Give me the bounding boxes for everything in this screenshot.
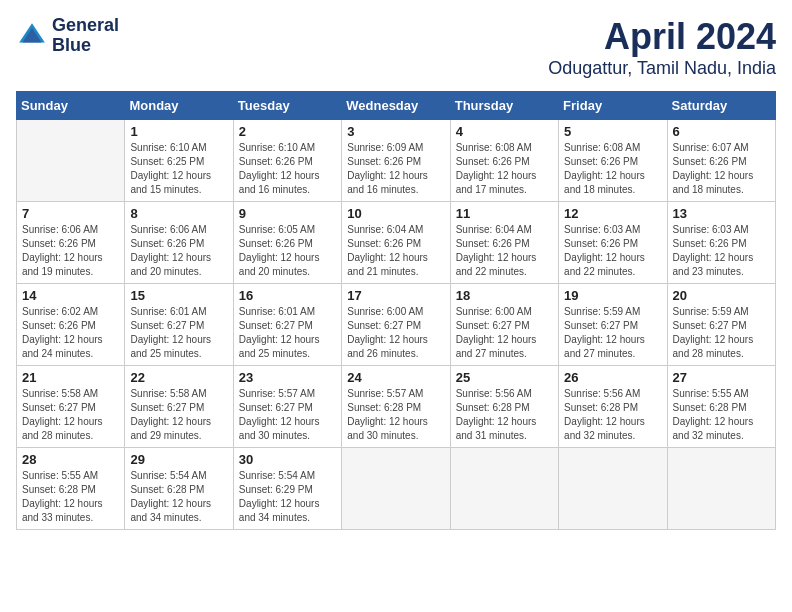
calendar-cell: 24Sunrise: 5:57 AMSunset: 6:28 PMDayligh… [342, 366, 450, 448]
calendar-cell: 11Sunrise: 6:04 AMSunset: 6:26 PMDayligh… [450, 202, 558, 284]
day-detail: Sunrise: 6:04 AMSunset: 6:26 PMDaylight:… [347, 223, 444, 279]
calendar-cell: 5Sunrise: 6:08 AMSunset: 6:26 PMDaylight… [559, 120, 667, 202]
calendar-cell: 14Sunrise: 6:02 AMSunset: 6:26 PMDayligh… [17, 284, 125, 366]
day-detail: Sunrise: 6:01 AMSunset: 6:27 PMDaylight:… [130, 305, 227, 361]
day-detail: Sunrise: 6:03 AMSunset: 6:26 PMDaylight:… [673, 223, 770, 279]
day-number: 11 [456, 206, 553, 221]
day-number: 8 [130, 206, 227, 221]
day-number: 12 [564, 206, 661, 221]
day-number: 17 [347, 288, 444, 303]
day-number: 6 [673, 124, 770, 139]
logo: General Blue [16, 16, 119, 56]
day-detail: Sunrise: 6:06 AMSunset: 6:26 PMDaylight:… [22, 223, 119, 279]
calendar-cell: 29Sunrise: 5:54 AMSunset: 6:28 PMDayligh… [125, 448, 233, 530]
day-number: 4 [456, 124, 553, 139]
weekday-header-friday: Friday [559, 92, 667, 120]
day-number: 24 [347, 370, 444, 385]
day-detail: Sunrise: 5:55 AMSunset: 6:28 PMDaylight:… [673, 387, 770, 443]
calendar-cell [450, 448, 558, 530]
calendar-cell: 4Sunrise: 6:08 AMSunset: 6:26 PMDaylight… [450, 120, 558, 202]
day-number: 15 [130, 288, 227, 303]
calendar-cell: 26Sunrise: 5:56 AMSunset: 6:28 PMDayligh… [559, 366, 667, 448]
calendar-cell: 22Sunrise: 5:58 AMSunset: 6:27 PMDayligh… [125, 366, 233, 448]
day-number: 26 [564, 370, 661, 385]
location-title: Odugattur, Tamil Nadu, India [548, 58, 776, 79]
day-number: 23 [239, 370, 336, 385]
day-detail: Sunrise: 6:00 AMSunset: 6:27 PMDaylight:… [347, 305, 444, 361]
calendar-cell: 19Sunrise: 5:59 AMSunset: 6:27 PMDayligh… [559, 284, 667, 366]
day-number: 9 [239, 206, 336, 221]
day-detail: Sunrise: 5:59 AMSunset: 6:27 PMDaylight:… [673, 305, 770, 361]
day-number: 25 [456, 370, 553, 385]
day-detail: Sunrise: 6:00 AMSunset: 6:27 PMDaylight:… [456, 305, 553, 361]
day-detail: Sunrise: 6:04 AMSunset: 6:26 PMDaylight:… [456, 223, 553, 279]
calendar-cell: 8Sunrise: 6:06 AMSunset: 6:26 PMDaylight… [125, 202, 233, 284]
day-detail: Sunrise: 5:56 AMSunset: 6:28 PMDaylight:… [564, 387, 661, 443]
logo-text: General Blue [52, 16, 119, 56]
month-title: April 2024 [548, 16, 776, 58]
day-detail: Sunrise: 6:06 AMSunset: 6:26 PMDaylight:… [130, 223, 227, 279]
day-number: 18 [456, 288, 553, 303]
day-detail: Sunrise: 5:54 AMSunset: 6:29 PMDaylight:… [239, 469, 336, 525]
day-detail: Sunrise: 5:54 AMSunset: 6:28 PMDaylight:… [130, 469, 227, 525]
day-detail: Sunrise: 6:03 AMSunset: 6:26 PMDaylight:… [564, 223, 661, 279]
calendar-week-row: 14Sunrise: 6:02 AMSunset: 6:26 PMDayligh… [17, 284, 776, 366]
day-number: 10 [347, 206, 444, 221]
day-number: 21 [22, 370, 119, 385]
weekday-header-saturday: Saturday [667, 92, 775, 120]
page-header: General Blue April 2024 Odugattur, Tamil… [16, 16, 776, 79]
day-number: 13 [673, 206, 770, 221]
weekday-header-sunday: Sunday [17, 92, 125, 120]
day-detail: Sunrise: 5:56 AMSunset: 6:28 PMDaylight:… [456, 387, 553, 443]
day-detail: Sunrise: 6:10 AMSunset: 6:26 PMDaylight:… [239, 141, 336, 197]
day-detail: Sunrise: 6:01 AMSunset: 6:27 PMDaylight:… [239, 305, 336, 361]
weekday-header-wednesday: Wednesday [342, 92, 450, 120]
day-detail: Sunrise: 6:05 AMSunset: 6:26 PMDaylight:… [239, 223, 336, 279]
calendar-cell: 13Sunrise: 6:03 AMSunset: 6:26 PMDayligh… [667, 202, 775, 284]
day-number: 29 [130, 452, 227, 467]
calendar-cell: 20Sunrise: 5:59 AMSunset: 6:27 PMDayligh… [667, 284, 775, 366]
calendar-cell: 17Sunrise: 6:00 AMSunset: 6:27 PMDayligh… [342, 284, 450, 366]
day-detail: Sunrise: 5:58 AMSunset: 6:27 PMDaylight:… [22, 387, 119, 443]
calendar-week-row: 7Sunrise: 6:06 AMSunset: 6:26 PMDaylight… [17, 202, 776, 284]
calendar-cell: 12Sunrise: 6:03 AMSunset: 6:26 PMDayligh… [559, 202, 667, 284]
day-number: 2 [239, 124, 336, 139]
calendar-cell: 7Sunrise: 6:06 AMSunset: 6:26 PMDaylight… [17, 202, 125, 284]
calendar-cell: 9Sunrise: 6:05 AMSunset: 6:26 PMDaylight… [233, 202, 341, 284]
calendar-week-row: 28Sunrise: 5:55 AMSunset: 6:28 PMDayligh… [17, 448, 776, 530]
calendar-cell: 18Sunrise: 6:00 AMSunset: 6:27 PMDayligh… [450, 284, 558, 366]
day-number: 28 [22, 452, 119, 467]
weekday-header-row: SundayMondayTuesdayWednesdayThursdayFrid… [17, 92, 776, 120]
calendar-cell [667, 448, 775, 530]
calendar-cell: 6Sunrise: 6:07 AMSunset: 6:26 PMDaylight… [667, 120, 775, 202]
weekday-header-thursday: Thursday [450, 92, 558, 120]
day-number: 5 [564, 124, 661, 139]
calendar-cell [342, 448, 450, 530]
calendar-cell [559, 448, 667, 530]
calendar-week-row: 1Sunrise: 6:10 AMSunset: 6:25 PMDaylight… [17, 120, 776, 202]
calendar-week-row: 21Sunrise: 5:58 AMSunset: 6:27 PMDayligh… [17, 366, 776, 448]
day-number: 22 [130, 370, 227, 385]
day-number: 3 [347, 124, 444, 139]
calendar-cell: 15Sunrise: 6:01 AMSunset: 6:27 PMDayligh… [125, 284, 233, 366]
day-number: 14 [22, 288, 119, 303]
calendar-cell: 27Sunrise: 5:55 AMSunset: 6:28 PMDayligh… [667, 366, 775, 448]
day-detail: Sunrise: 5:57 AMSunset: 6:28 PMDaylight:… [347, 387, 444, 443]
day-detail: Sunrise: 6:09 AMSunset: 6:26 PMDaylight:… [347, 141, 444, 197]
weekday-header-monday: Monday [125, 92, 233, 120]
day-detail: Sunrise: 5:55 AMSunset: 6:28 PMDaylight:… [22, 469, 119, 525]
day-number: 27 [673, 370, 770, 385]
logo-icon [16, 20, 48, 52]
day-detail: Sunrise: 6:02 AMSunset: 6:26 PMDaylight:… [22, 305, 119, 361]
title-block: April 2024 Odugattur, Tamil Nadu, India [548, 16, 776, 79]
calendar-cell: 3Sunrise: 6:09 AMSunset: 6:26 PMDaylight… [342, 120, 450, 202]
calendar-cell: 16Sunrise: 6:01 AMSunset: 6:27 PMDayligh… [233, 284, 341, 366]
day-number: 30 [239, 452, 336, 467]
calendar-cell: 28Sunrise: 5:55 AMSunset: 6:28 PMDayligh… [17, 448, 125, 530]
calendar-cell: 10Sunrise: 6:04 AMSunset: 6:26 PMDayligh… [342, 202, 450, 284]
day-number: 1 [130, 124, 227, 139]
day-detail: Sunrise: 6:07 AMSunset: 6:26 PMDaylight:… [673, 141, 770, 197]
calendar-table: SundayMondayTuesdayWednesdayThursdayFrid… [16, 91, 776, 530]
day-detail: Sunrise: 5:57 AMSunset: 6:27 PMDaylight:… [239, 387, 336, 443]
day-number: 7 [22, 206, 119, 221]
